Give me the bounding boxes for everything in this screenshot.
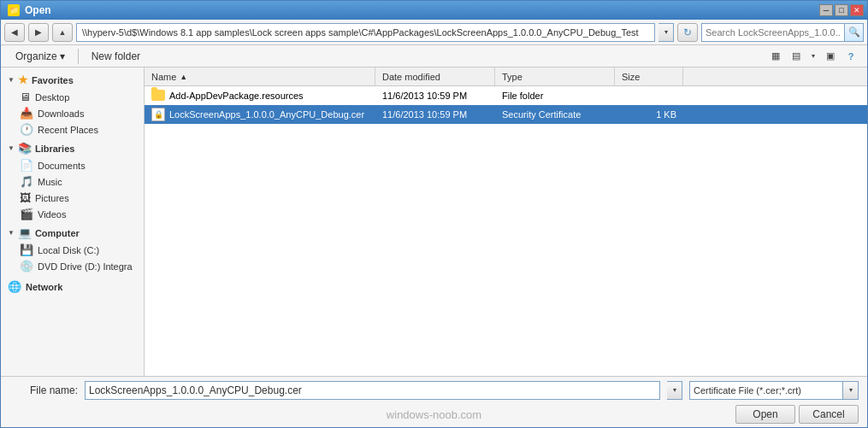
- toolbar: Organize ▾ New folder ▦ ▤ ▾ ▣ ?: [1, 45, 867, 67]
- sidebar-item-dvd-drive[interactable]: 💿 DVD Drive (D:) Integra: [1, 258, 144, 274]
- pictures-label: Pictures: [35, 193, 69, 203]
- sidebar-item-local-disk[interactable]: 💾 Local Disk (C:): [1, 242, 144, 258]
- favorites-section: ▼ ★ Favorites 🖥 Desktop 📥 Downloads 🕐 Re…: [1, 71, 144, 138]
- open-label: Open: [753, 408, 777, 420]
- column-size-label: Size: [622, 72, 640, 82]
- sidebar-item-documents[interactable]: 📄 Documents: [1, 157, 144, 173]
- sort-arrow-icon: ▲: [180, 73, 187, 81]
- file-date-cell: 11/6/2013 10:59 PM: [375, 86, 495, 104]
- filename-row: File name: ▾ Certificate File (*.cer;*.c…: [9, 381, 859, 400]
- sidebar-item-music[interactable]: 🎵 Music: [1, 173, 144, 190]
- address-bar: ◀ ▶ ▲ \\hyperv-5\d$\Windows 8.1 app samp…: [1, 20, 867, 45]
- downloads-label: Downloads: [38, 108, 84, 119]
- filetype-dropdown[interactable]: ▾: [843, 381, 859, 400]
- address-path-text: \\hyperv-5\d$\Windows 8.1 app samples\Lo…: [82, 27, 639, 38]
- computer-triangle: ▼: [8, 229, 15, 237]
- open-button[interactable]: Open: [735, 405, 795, 424]
- desktop-icon: 🖥: [20, 91, 31, 103]
- view-list-button[interactable]: ▤: [787, 47, 806, 66]
- filename-dropdown[interactable]: ▾: [667, 381, 682, 400]
- folder-icon: [151, 90, 165, 101]
- filetype-value: Certificate File (*.cer;*.crt): [694, 385, 801, 396]
- local-disk-label: Local Disk (C:): [38, 245, 99, 255]
- filetype-select[interactable]: Certificate File (*.cer;*.crt): [689, 381, 843, 400]
- view-details-button[interactable]: ▦: [766, 47, 785, 66]
- pictures-icon: 🖼: [20, 191, 31, 204]
- sidebar-item-recent-places[interactable]: 🕐 Recent Places: [1, 121, 144, 138]
- refresh-button[interactable]: ↻: [677, 23, 698, 42]
- videos-label: Videos: [38, 209, 66, 220]
- help-button[interactable]: ?: [841, 47, 860, 66]
- file-size-cell: [615, 86, 683, 104]
- search-button[interactable]: 🔍: [844, 24, 863, 41]
- file-date-cell: 11/6/2013 10:59 PM: [375, 105, 495, 123]
- forward-button[interactable]: ▶: [28, 23, 49, 42]
- file-name-text: LockScreenApps_1.0.0.0_AnyCPU_Debug.cer: [169, 109, 364, 120]
- view-dropdown-button[interactable]: ▾: [807, 47, 819, 66]
- certificate-icon: [151, 108, 165, 121]
- sidebar: ▼ ★ Favorites 🖥 Desktop 📥 Downloads 🕐 Re…: [1, 67, 145, 376]
- window-title: Open: [25, 4, 51, 16]
- libraries-header[interactable]: ▼ 📚 Libraries: [1, 139, 144, 157]
- table-row[interactable]: LockScreenApps_1.0.0.0_AnyCPU_Debug.cer …: [145, 105, 867, 124]
- file-date-text: 11/6/2013 10:59 PM: [382, 109, 467, 120]
- favorites-header[interactable]: ▼ ★ Favorites: [1, 71, 144, 89]
- music-icon: 🎵: [20, 175, 33, 188]
- new-folder-label: New folder: [92, 50, 140, 62]
- filename-label: File name:: [9, 384, 78, 396]
- search-box: 🔍: [701, 23, 864, 42]
- file-name-text: Add-AppDevPackage.resources: [169, 91, 304, 101]
- view-icons: ▦ ▤ ▾ ▣ ?: [766, 47, 860, 66]
- videos-icon: 🎬: [20, 208, 33, 220]
- column-header-type[interactable]: Type: [495, 67, 615, 85]
- address-dropdown[interactable]: ▾: [658, 23, 674, 42]
- downloads-icon: 📥: [20, 107, 33, 120]
- libraries-icon: 📚: [18, 142, 32, 155]
- new-folder-button[interactable]: New folder: [84, 47, 148, 66]
- dvd-drive-label: DVD Drive (D:) Integra: [38, 261, 133, 272]
- dvd-drive-icon: 💿: [20, 260, 33, 273]
- column-header-date[interactable]: Date modified: [375, 67, 495, 85]
- close-button[interactable]: ✕: [850, 4, 864, 16]
- minimize-button[interactable]: ─: [819, 4, 833, 16]
- file-name-cell: Add-AppDevPackage.resources: [145, 86, 375, 104]
- maximize-button[interactable]: □: [835, 4, 848, 16]
- documents-icon: 📄: [20, 159, 33, 172]
- sidebar-item-downloads[interactable]: 📥 Downloads: [1, 105, 144, 121]
- organize-label: Organize: [15, 50, 57, 62]
- up-button[interactable]: ▲: [52, 23, 73, 42]
- back-button[interactable]: ◀: [4, 23, 25, 42]
- computer-label: Computer: [35, 228, 80, 238]
- search-input[interactable]: [702, 27, 844, 38]
- address-path[interactable]: \\hyperv-5\d$\Windows 8.1 app samples\Lo…: [76, 23, 655, 42]
- column-header-name[interactable]: Name ▲: [145, 67, 375, 85]
- cancel-label: Cancel: [812, 408, 844, 420]
- file-type-cell: Security Certificate: [495, 105, 615, 123]
- computer-header[interactable]: ▼ 💻 Computer: [1, 224, 144, 242]
- favorites-label: Favorites: [32, 75, 74, 85]
- table-row[interactable]: Add-AppDevPackage.resources 11/6/2013 10…: [145, 86, 867, 105]
- cancel-button[interactable]: Cancel: [799, 405, 859, 424]
- sidebar-item-network[interactable]: 🌐 Network: [1, 278, 144, 296]
- file-type-cell: File folder: [495, 86, 615, 104]
- column-header-size[interactable]: Size: [615, 67, 683, 85]
- file-type-text: File folder: [502, 91, 543, 101]
- favorites-star-icon: ★: [18, 73, 28, 86]
- desktop-label: Desktop: [35, 92, 69, 103]
- preview-pane-button[interactable]: ▣: [821, 47, 840, 66]
- sidebar-item-pictures[interactable]: 🖼 Pictures: [1, 190, 144, 206]
- bottom-bar: File name: ▾ Certificate File (*.cer;*.c…: [1, 376, 867, 427]
- libraries-section: ▼ 📚 Libraries 📄 Documents 🎵 Music 🖼 Pict…: [1, 139, 144, 222]
- organize-button[interactable]: Organize ▾: [8, 47, 73, 66]
- sidebar-item-videos[interactable]: 🎬 Videos: [1, 206, 144, 222]
- libraries-label: Libraries: [35, 144, 74, 154]
- toolbar-separator: [78, 49, 79, 64]
- column-type-label: Type: [502, 72, 523, 82]
- filename-input[interactable]: [85, 381, 660, 400]
- sidebar-item-desktop[interactable]: 🖥 Desktop: [1, 89, 144, 105]
- network-icon: 🌐: [8, 280, 21, 293]
- organize-chevron: ▾: [60, 50, 65, 62]
- title-bar-controls: ─ □ ✕: [819, 4, 864, 16]
- title-bar: 📁 Open ─ □ ✕: [1, 1, 867, 20]
- file-size-text: 1 KB: [656, 109, 676, 120]
